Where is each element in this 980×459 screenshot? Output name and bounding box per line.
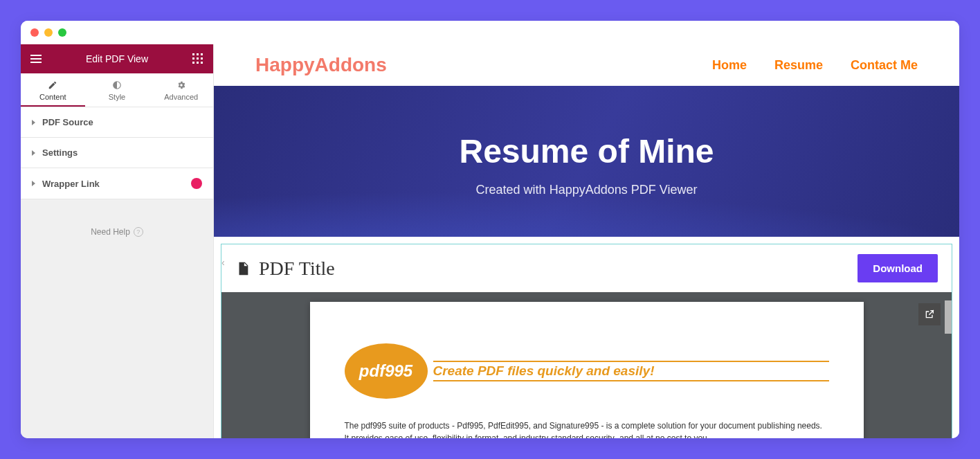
popout-icon[interactable]	[918, 303, 941, 325]
scrollbar-thumb[interactable]	[945, 300, 952, 334]
pencil-icon	[48, 80, 57, 90]
close-window-button[interactable]	[30, 28, 39, 37]
need-help-link[interactable]: Need Help ?	[21, 199, 213, 264]
tab-advanced[interactable]: Advanced	[149, 73, 213, 107]
tab-label: Advanced	[164, 93, 198, 101]
site-brand: HappyAddons	[255, 54, 387, 76]
panel-settings[interactable]: Settings	[21, 138, 213, 168]
gear-icon	[176, 80, 186, 90]
question-icon: ?	[134, 227, 143, 237]
panel-label: PDF Source	[42, 117, 93, 127]
caret-right-icon	[32, 120, 35, 125]
hero-section: Resume of Mine Created with HappyAddons …	[214, 86, 959, 237]
app-window: Edit PDF View Content Style Advanced	[21, 21, 959, 438]
sidebar-title: Edit PDF View	[86, 53, 148, 64]
pdf-widget[interactable]: ‹ PDF Title Download pdf995	[221, 244, 952, 438]
hero-subtitle: Created with HappyAddons PDF Viewer	[476, 183, 698, 197]
pdf-file-icon	[235, 260, 251, 278]
tab-label: Content	[39, 93, 66, 101]
help-label: Need Help	[91, 227, 130, 237]
maximize-window-button[interactable]	[58, 28, 66, 37]
pro-badge-icon	[191, 178, 202, 189]
caret-right-icon	[32, 181, 35, 186]
hamburger-menu-icon[interactable]	[30, 55, 42, 63]
titlebar	[21, 21, 959, 44]
contrast-icon	[112, 80, 122, 90]
pdf-title: PDF Title	[259, 258, 335, 280]
tab-label: Style	[109, 93, 125, 101]
pdf-body-text: The pdf995 suite of products - Pdf995, P…	[345, 420, 829, 438]
site-header: HappyAddons Home Resume Contact Me	[214, 44, 959, 86]
tab-content[interactable]: Content	[21, 73, 85, 107]
pdf-logo-row: pdf995 Create PDF files quickly and easi…	[345, 343, 829, 399]
download-button[interactable]: Download	[858, 254, 938, 282]
panel-wrapper-link[interactable]: Wrapper Link	[21, 168, 213, 199]
editor-sidebar: Edit PDF View Content Style Advanced	[21, 44, 214, 438]
nav-contact[interactable]: Contact Me	[851, 58, 918, 73]
minimize-window-button[interactable]	[44, 28, 53, 37]
caret-right-icon	[32, 150, 35, 156]
pdf-widget-header: PDF Title Download	[221, 244, 952, 292]
workspace: Edit PDF View Content Style Advanced	[21, 44, 959, 438]
panel-list: PDF Source Settings Wrapper Link	[21, 107, 213, 199]
pdf995-logo: pdf995	[345, 343, 428, 399]
hero-title: Resume of Mine	[459, 132, 714, 170]
nav-resume[interactable]: Resume	[774, 58, 823, 73]
pdf-tagline: Create PDF files quickly and easily!	[433, 361, 829, 381]
sidebar-header: Edit PDF View	[21, 44, 213, 73]
chevron-left-icon[interactable]: ‹	[221, 257, 225, 268]
preview-area: HappyAddons Home Resume Contact Me Resum…	[214, 44, 959, 438]
panel-pdf-source[interactable]: PDF Source	[21, 107, 213, 138]
pdf-viewer: pdf995 Create PDF files quickly and easi…	[221, 292, 952, 438]
editor-tabs: Content Style Advanced	[21, 73, 213, 107]
widgets-grid-icon[interactable]	[192, 53, 203, 64]
site-nav: Home Resume Contact Me	[712, 58, 918, 73]
tab-style[interactable]: Style	[85, 73, 149, 107]
nav-home[interactable]: Home	[712, 58, 747, 73]
panel-label: Wrapper Link	[42, 179, 100, 189]
panel-label: Settings	[42, 147, 78, 158]
pdf-page: pdf995 Create PDF files quickly and easi…	[310, 302, 864, 438]
